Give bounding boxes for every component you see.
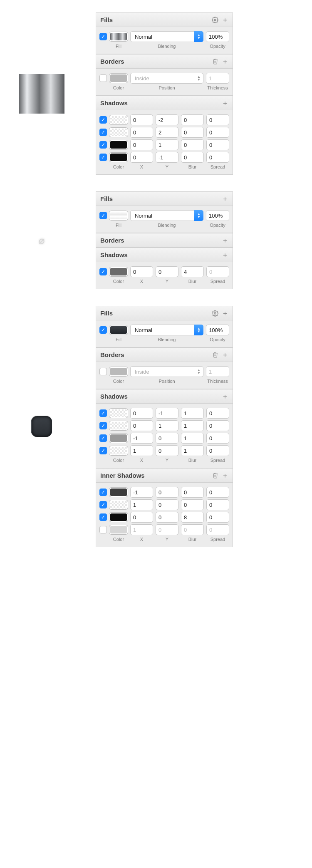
shadow-blur-input[interactable]: 0 (181, 524, 204, 535)
gear-icon[interactable] (212, 310, 218, 317)
shadow-spread-input[interactable]: 0 (206, 512, 229, 523)
trash-icon[interactable] (212, 352, 218, 358)
shadow-x-input[interactable]: 0 (130, 152, 153, 163)
shadow-blur-input[interactable]: 0 (181, 127, 204, 138)
thickness-input[interactable]: 1 (206, 366, 229, 377)
position-select[interactable]: Inside ▲▼ (130, 73, 203, 84)
shadow-spread-input[interactable]: 0 (206, 266, 229, 277)
shadow-blur-input[interactable]: 0 (181, 499, 204, 510)
shadow-x-input[interactable]: 0 (130, 512, 153, 523)
shadow-spread-input[interactable]: 0 (206, 408, 229, 419)
shadow-swatch[interactable] (109, 140, 128, 149)
shadow-x-input[interactable]: -1 (130, 487, 153, 498)
shadow-enable-checkbox[interactable] (99, 154, 107, 161)
shadow-y-input[interactable]: -2 (156, 114, 178, 125)
shadow-blur-input[interactable]: 1 (181, 445, 204, 456)
shadow-swatch[interactable] (109, 525, 128, 534)
shadow-y-input[interactable]: 2 (156, 127, 178, 138)
plus-icon[interactable]: ＋ (222, 196, 228, 202)
shadow-y-input[interactable]: -1 (156, 152, 178, 163)
border-enable-checkbox[interactable] (99, 368, 107, 375)
plus-icon[interactable]: ＋ (222, 17, 228, 23)
shadow-enable-checkbox[interactable] (99, 422, 107, 429)
shadow-enable-checkbox[interactable] (99, 141, 107, 149)
shadow-enable-checkbox[interactable] (99, 116, 107, 124)
shadow-enable-checkbox[interactable] (99, 268, 107, 275)
shadow-blur-input[interactable]: 0 (181, 114, 204, 125)
plus-icon[interactable]: ＋ (222, 393, 228, 400)
fill-enable-checkbox[interactable] (99, 326, 107, 334)
shadow-spread-input[interactable]: 0 (206, 127, 229, 138)
shadow-spread-input[interactable]: 0 (206, 487, 229, 498)
shadow-x-input[interactable]: 0 (130, 420, 153, 431)
plus-icon[interactable]: ＋ (222, 100, 228, 107)
shadow-spread-input[interactable]: 0 (206, 499, 229, 510)
shadow-blur-input[interactable]: 4 (181, 266, 204, 277)
trash-icon[interactable] (212, 472, 218, 479)
shadow-enable-checkbox[interactable] (99, 513, 107, 521)
shadow-swatch[interactable] (109, 267, 128, 276)
shadow-x-input[interactable]: 0 (130, 139, 153, 150)
shadow-swatch[interactable] (109, 409, 128, 418)
shadow-blur-input[interactable]: 0 (181, 139, 204, 150)
shadow-enable-checkbox[interactable] (99, 447, 107, 454)
shadow-spread-input[interactable]: 0 (206, 524, 229, 535)
shadow-y-input[interactable]: 0 (156, 487, 178, 498)
fill-swatch[interactable] (109, 32, 128, 41)
shadow-y-input[interactable]: 0 (156, 524, 178, 535)
shadow-swatch[interactable] (109, 421, 128, 430)
shadow-spread-input[interactable]: 0 (206, 445, 229, 456)
plus-icon[interactable]: ＋ (222, 352, 228, 358)
shadow-enable-checkbox[interactable] (99, 434, 107, 442)
shadow-enable-checkbox[interactable] (99, 501, 107, 508)
shadow-y-input[interactable]: 0 (156, 512, 178, 523)
thickness-input[interactable]: 1 (206, 73, 229, 84)
shadow-spread-input[interactable]: 0 (206, 152, 229, 163)
plus-icon[interactable]: ＋ (222, 237, 228, 244)
shadow-spread-input[interactable]: 0 (206, 114, 229, 125)
shadow-spread-input[interactable]: 0 (206, 420, 229, 431)
border-swatch[interactable] (109, 74, 128, 83)
border-enable-checkbox[interactable] (99, 74, 107, 82)
shadow-x-input[interactable]: 0 (130, 127, 153, 138)
shadow-blur-input[interactable]: 1 (181, 433, 204, 444)
blending-select[interactable]: Normal ▲▼ (130, 325, 203, 335)
shadow-enable-checkbox[interactable] (99, 409, 107, 417)
shadow-x-input[interactable]: 1 (130, 499, 153, 510)
shadow-y-input[interactable]: 0 (156, 445, 178, 456)
shadow-swatch[interactable] (109, 488, 128, 497)
border-swatch[interactable] (109, 367, 128, 376)
plus-icon[interactable]: ＋ (222, 58, 228, 65)
shadow-x-input[interactable]: 0 (130, 408, 153, 419)
plus-icon[interactable]: ＋ (222, 252, 228, 258)
gear-icon[interactable] (212, 17, 218, 23)
shadow-x-input[interactable]: -1 (130, 433, 153, 444)
position-select[interactable]: Inside ▲▼ (130, 366, 203, 377)
shadow-spread-input[interactable]: 0 (206, 139, 229, 150)
shadow-x-input[interactable]: 1 (130, 445, 153, 456)
shadow-y-input[interactable]: 1 (156, 139, 178, 150)
shadow-enable-checkbox[interactable] (99, 526, 107, 533)
fill-enable-checkbox[interactable] (99, 33, 107, 40)
shadow-swatch[interactable] (109, 115, 128, 124)
trash-icon[interactable] (212, 58, 218, 64)
shadow-swatch[interactable] (109, 446, 128, 455)
shadow-spread-input[interactable]: 0 (206, 433, 229, 444)
shadow-blur-input[interactable]: 8 (181, 512, 204, 523)
shadow-y-input[interactable]: -1 (156, 408, 178, 419)
shadow-x-input[interactable]: 1 (130, 524, 153, 535)
opacity-input[interactable]: 100% (206, 31, 229, 42)
fill-swatch[interactable] (109, 211, 128, 220)
fill-swatch[interactable] (109, 325, 128, 335)
fill-enable-checkbox[interactable] (99, 212, 107, 219)
shadow-swatch[interactable] (109, 128, 128, 137)
shadow-y-input[interactable]: 0 (156, 433, 178, 444)
shadow-x-input[interactable]: 0 (130, 114, 153, 125)
blending-select[interactable]: Normal ▲▼ (130, 210, 203, 221)
shadow-swatch[interactable] (109, 434, 128, 443)
shadow-enable-checkbox[interactable] (99, 489, 107, 496)
shadow-x-input[interactable]: 0 (130, 266, 153, 277)
opacity-input[interactable]: 100% (206, 210, 229, 221)
shadow-enable-checkbox[interactable] (99, 129, 107, 136)
shadow-y-input[interactable]: 1 (156, 420, 178, 431)
